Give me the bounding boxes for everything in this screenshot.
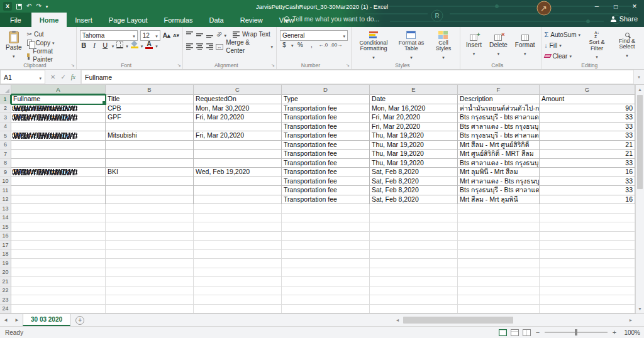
cell-B1[interactable]: Title: [106, 95, 194, 104]
row-header-21[interactable]: 21: [0, 277, 11, 286]
cell-D18[interactable]: [282, 250, 370, 259]
cell-C17[interactable]: [194, 241, 282, 250]
cell-F11[interactable]: Bts กรุงธนบุรี - Bts ศาลาแด: [458, 186, 540, 195]
cell-A6[interactable]: [11, 141, 106, 150]
cell-A10[interactable]: [11, 177, 106, 187]
cell-B9[interactable]: BKI: [106, 168, 194, 177]
cell-A3[interactable]: Wisarut Teurmpang: [11, 113, 106, 123]
cell-C23[interactable]: [194, 295, 282, 305]
format-as-table-button[interactable]: Format as Table: [395, 29, 428, 62]
cell-F24[interactable]: [458, 305, 540, 314]
name-box[interactable]: A1: [0, 70, 45, 84]
tab-file[interactable]: File: [0, 13, 31, 27]
row-header-11[interactable]: 11: [0, 186, 11, 195]
cell-A1[interactable]: Fullname: [11, 95, 106, 104]
cell-E3[interactable]: Fri, Mar 20,2020: [370, 113, 458, 123]
italic-button[interactable]: I: [91, 41, 99, 49]
row-header-4[interactable]: 4: [0, 123, 11, 132]
cell-F13[interactable]: [458, 204, 540, 214]
cell-G14[interactable]: [540, 214, 635, 223]
cell-G11[interactable]: 33: [540, 186, 635, 195]
formula-input[interactable]: Fullname: [81, 70, 634, 84]
cell-G8[interactable]: 33: [540, 159, 635, 168]
tab-page-layout[interactable]: Page Layout: [101, 13, 156, 27]
cell-C12[interactable]: [194, 195, 282, 205]
cell-D13[interactable]: [282, 204, 370, 214]
column-header-F[interactable]: F: [458, 85, 540, 95]
close-button[interactable]: [625, 0, 644, 13]
cell-B16[interactable]: [106, 232, 194, 241]
cell-E22[interactable]: [370, 286, 458, 296]
cell-A13[interactable]: [11, 204, 106, 214]
cell-D12[interactable]: Transportation fee: [282, 195, 370, 205]
cell-B22[interactable]: [106, 286, 194, 296]
cell-E1[interactable]: Date: [370, 95, 458, 104]
row-header-8[interactable]: 8: [0, 159, 11, 168]
cell-E5[interactable]: Thu, Mar 19,2020: [370, 131, 458, 141]
cell-B19[interactable]: [106, 259, 194, 268]
paste-dropdown-icon[interactable]: [13, 52, 15, 59]
row-header-9[interactable]: 9: [0, 168, 11, 177]
cell-A15[interactable]: [11, 222, 106, 232]
paste-button[interactable]: Paste: [3, 29, 25, 62]
insert-function-icon[interactable]: fx: [71, 74, 75, 80]
cell-C20[interactable]: [194, 268, 282, 278]
cell-B24[interactable]: [106, 305, 194, 314]
cell-G15[interactable]: [540, 222, 635, 232]
cell-E9[interactable]: Sat, Feb 8,2020: [370, 168, 458, 177]
cell-A4[interactable]: [11, 123, 106, 132]
top-align-icon[interactable]: [186, 31, 194, 38]
font-color-dropdown-icon[interactable]: [155, 41, 158, 49]
zoom-slider[interactable]: [545, 332, 608, 333]
cell-C13[interactable]: [194, 204, 282, 214]
cell-G12[interactable]: 16: [540, 195, 635, 205]
cell-F15[interactable]: [458, 222, 540, 232]
row-header-1[interactable]: 1: [0, 95, 11, 104]
clear-button[interactable]: Clear: [545, 52, 580, 60]
cell-E11[interactable]: Sat, Feb 8,2020: [370, 186, 458, 195]
cell-A9[interactable]: Wisarut Teurmpang: [11, 168, 106, 177]
increase-decimal-icon[interactable]: ←.0: [318, 42, 328, 48]
cell-E6[interactable]: Thu, Mar 19,2020: [370, 141, 458, 150]
cell-C11[interactable]: [194, 186, 282, 195]
excel-logo-icon[interactable]: X: [3, 2, 12, 11]
column-header-G[interactable]: G: [540, 85, 635, 95]
merge-center-dropdown-icon[interactable]: [270, 42, 273, 51]
tab-data[interactable]: Data: [201, 13, 231, 27]
cell-E13[interactable]: [370, 204, 458, 214]
format-painter-button[interactable]: Format Painter: [27, 47, 73, 63]
accounting-format-icon[interactable]: $: [280, 41, 289, 48]
font-size-combo[interactable]: 12: [140, 30, 160, 41]
cell-C6[interactable]: [194, 141, 282, 150]
enter-icon[interactable]: [60, 74, 65, 80]
cell-G5[interactable]: 33: [540, 131, 635, 141]
cell-F22[interactable]: [458, 286, 540, 296]
cell-F14[interactable]: [458, 214, 540, 223]
cell-B8[interactable]: [106, 159, 194, 168]
cell-B3[interactable]: GPF: [106, 113, 194, 123]
cell-G23[interactable]: [540, 295, 635, 305]
cell-D14[interactable]: [282, 214, 370, 223]
redo-icon[interactable]: [36, 3, 41, 9]
row-header-7[interactable]: 7: [0, 150, 11, 159]
minimize-button[interactable]: [587, 0, 606, 13]
row-header-22[interactable]: 22: [0, 286, 11, 296]
cell-C15[interactable]: [194, 222, 282, 232]
cell-D10[interactable]: Transportation fee: [282, 177, 370, 187]
cell-E7[interactable]: Thu, Mar 19,2020: [370, 150, 458, 159]
tab-formulas[interactable]: Formulas: [156, 13, 201, 27]
new-sheet-icon[interactable]: [75, 316, 84, 325]
cell-styles-button[interactable]: Cell Styles: [430, 29, 457, 62]
cell-F9[interactable]: Mrt ลุมพินี - Mrt สีลม: [458, 168, 540, 177]
row-header-19[interactable]: 19: [0, 259, 11, 268]
cell-B17[interactable]: [106, 241, 194, 250]
cell-E18[interactable]: [370, 250, 458, 259]
cell-C22[interactable]: [194, 286, 282, 296]
cell-A8[interactable]: [11, 159, 106, 168]
cell-D6[interactable]: Transportation fee: [282, 141, 370, 150]
cell-D3[interactable]: Transportation fee: [282, 113, 370, 123]
cell-E15[interactable]: [370, 222, 458, 232]
customize-qat-icon[interactable]: [46, 3, 48, 10]
row-header-12[interactable]: 12: [0, 195, 11, 205]
tab-home[interactable]: Home: [31, 13, 67, 27]
